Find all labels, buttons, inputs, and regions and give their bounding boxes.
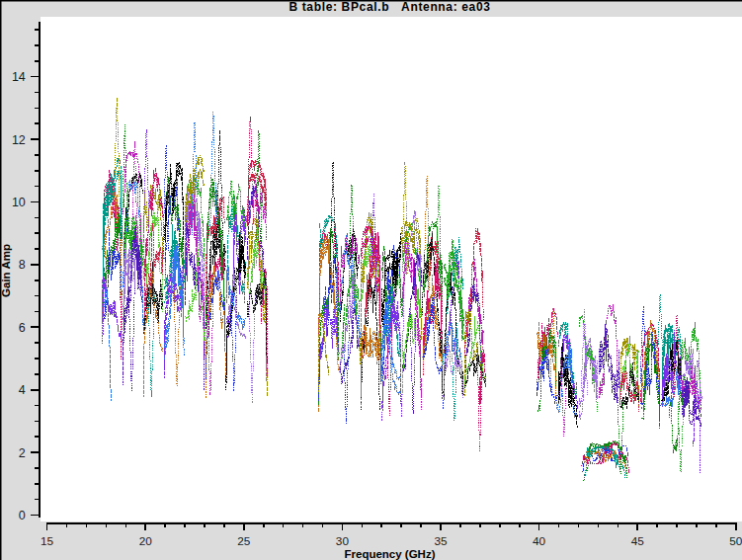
svg-text:10: 10 <box>12 196 26 209</box>
svg-text:Gain Amp: Gain Amp <box>0 244 12 297</box>
svg-text:0: 0 <box>19 509 26 522</box>
svg-text:Frequency (GHz): Frequency (GHz) <box>344 548 435 560</box>
svg-text:40: 40 <box>533 534 546 548</box>
svg-text:12: 12 <box>12 133 26 147</box>
svg-text:25: 25 <box>237 534 251 548</box>
svg-text:30: 30 <box>336 534 350 548</box>
svg-text:2: 2 <box>19 446 26 460</box>
svg-text:20: 20 <box>139 534 153 548</box>
svg-text:B table: BPcal.b Antenna: ea: B table: BPcal.b Antenna: ea03 <box>289 0 490 14</box>
svg-text:50: 50 <box>729 534 742 548</box>
svg-text:15: 15 <box>41 534 54 548</box>
svg-text:14: 14 <box>12 70 26 84</box>
svg-text:6: 6 <box>19 321 26 335</box>
svg-text:4: 4 <box>19 383 26 397</box>
svg-text:45: 45 <box>631 534 645 548</box>
svg-text:8: 8 <box>19 258 26 272</box>
svg-text:35: 35 <box>434 534 448 548</box>
